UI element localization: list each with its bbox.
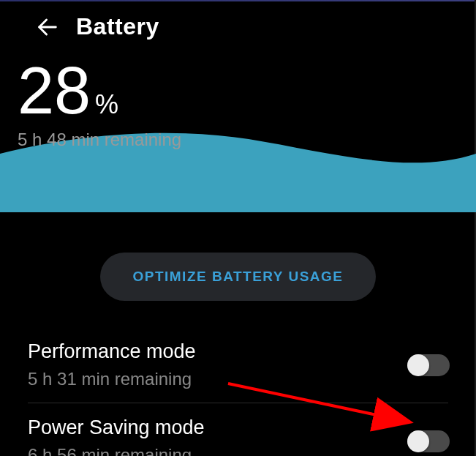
- back-arrow-icon[interactable]: [35, 15, 60, 40]
- battery-percentage: 28 %: [18, 58, 476, 124]
- performance-mode-sub: 5 h 31 min remaining: [28, 369, 196, 389]
- power-saving-mode-toggle[interactable]: [407, 430, 450, 452]
- battery-remaining-text: 5 h 48 min remaining: [18, 130, 476, 150]
- toggle-knob-icon: [407, 354, 429, 376]
- battery-percent-value: 28: [18, 58, 91, 124]
- optimize-row: OPTIMIZE BATTERY USAGE: [0, 253, 476, 301]
- page-title: Battery: [76, 13, 159, 40]
- battery-percent-symbol: %: [95, 89, 118, 120]
- performance-mode-toggle[interactable]: [407, 354, 450, 376]
- header-bar: Battery: [0, 0, 476, 40]
- performance-mode-text: Performance mode 5 h 31 min remaining: [28, 340, 196, 389]
- toggle-knob-icon: [407, 430, 429, 452]
- power-saving-mode-text: Power Saving mode 6 h 56 min remaining: [28, 416, 205, 456]
- power-saving-mode-title: Power Saving mode: [28, 416, 205, 439]
- modes-list: Performance mode 5 h 31 min remaining Po…: [0, 327, 476, 456]
- performance-mode-title: Performance mode: [28, 340, 196, 363]
- power-saving-mode-row[interactable]: Power Saving mode 6 h 56 min remaining: [18, 403, 458, 456]
- performance-mode-row[interactable]: Performance mode 5 h 31 min remaining: [18, 327, 458, 403]
- power-saving-mode-sub: 6 h 56 min remaining: [28, 445, 205, 456]
- battery-summary: 28 % 5 h 48 min remaining: [0, 58, 476, 150]
- optimize-battery-button[interactable]: OPTIMIZE BATTERY USAGE: [100, 253, 375, 301]
- top-accent-line: [0, 0, 476, 1]
